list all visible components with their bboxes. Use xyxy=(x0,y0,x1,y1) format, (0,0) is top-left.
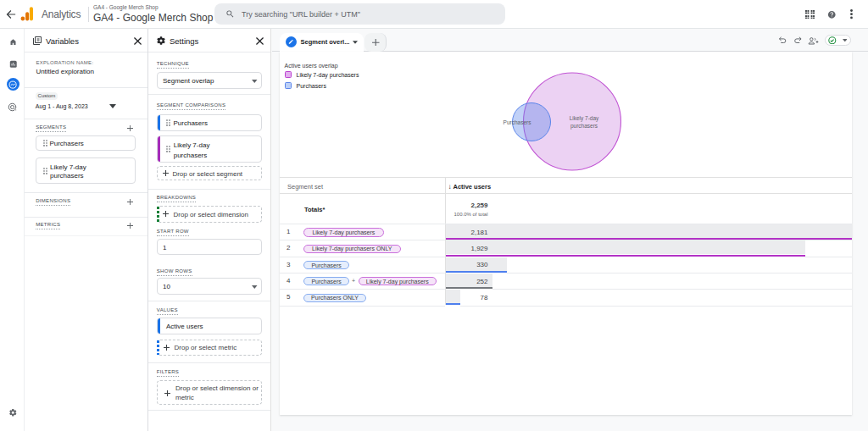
svg-text:Likely 7-day: Likely 7-day xyxy=(570,115,599,122)
svg-text:purchasers: purchasers xyxy=(570,123,598,130)
svg-text:Purchasers: Purchasers xyxy=(504,119,532,125)
